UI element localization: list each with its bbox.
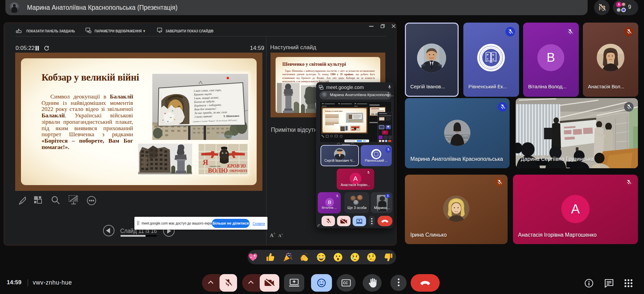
svg-text:І воля святая!: І воля святая! xyxy=(194,115,212,119)
svg-text:Богом не забуті.: Богом не забуті. xyxy=(194,99,215,104)
svg-text:Вам бог помагає!: Вам бог помагає! xyxy=(194,107,216,111)
svg-text:ОКРОПІТЕ: ОКРОПІТЕ xyxy=(230,169,248,173)
svg-text:ВОЛЮ: ВОЛЮ xyxy=(208,167,228,174)
svg-text:ІТЕРМАЄ: ІТЕРМАЄ xyxy=(218,134,238,139)
svg-text:Кривою окуті.: Кривою окуті. xyxy=(194,92,212,96)
svg-text:Т: Т xyxy=(487,58,489,61)
svg-text:CC: CC xyxy=(343,281,348,285)
svg-text:Е: Е xyxy=(492,53,494,56)
svg-text:Р: Р xyxy=(487,53,489,56)
svg-text:Я: Я xyxy=(203,158,208,167)
svg-text:Т. Шевченко: Т. Шевченко xyxy=(223,114,239,118)
svg-text:КРОВ'Ю: КРОВ'Ю xyxy=(227,164,246,169)
svg-text:К: К xyxy=(492,58,494,61)
